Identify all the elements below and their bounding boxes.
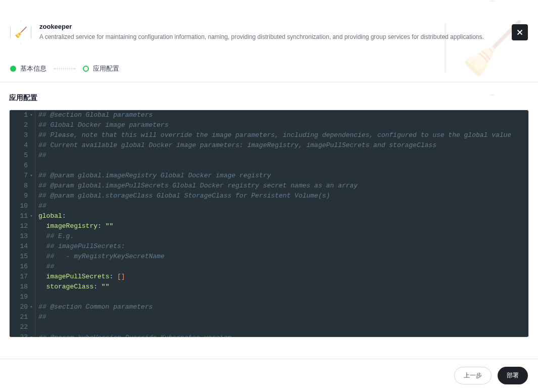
gutter-line: 17 <box>14 272 34 282</box>
code-line[interactable]: ## Please, note that this will override … <box>38 130 525 140</box>
code-line[interactable] <box>38 161 525 171</box>
close-icon <box>515 28 524 37</box>
step-dot-filled-icon <box>10 66 16 72</box>
code-line[interactable]: imageRegistry: "" <box>38 221 525 231</box>
gutter-line: 22 <box>14 322 34 332</box>
step-label: 基本信息 <box>20 64 46 73</box>
code-line[interactable]: ## <box>38 201 525 211</box>
editor-gutter: 1▾234567▾891011▾121314151617181920▾21222… <box>10 110 35 337</box>
code-line[interactable]: ## @param global.imagePullSecrets Global… <box>38 181 525 191</box>
editor-container: 1▾234567▾891011▾121314151617181920▾21222… <box>9 110 529 337</box>
gutter-line: 14 <box>14 241 34 252</box>
deploy-button[interactable]: 部署 <box>498 367 528 384</box>
code-line[interactable]: imagePullSecrets: [] <box>38 272 525 282</box>
code-line[interactable]: global: <box>38 211 525 221</box>
code-line[interactable] <box>38 322 525 332</box>
fold-marker-icon[interactable]: ▾ <box>29 211 34 221</box>
header: 🧹 zookeeper A centralized service for ma… <box>0 0 538 54</box>
code-line[interactable]: ## E.g. <box>38 231 525 241</box>
gutter-line: 7▾ <box>14 171 34 181</box>
gutter-line: 11▾ <box>14 211 34 221</box>
code-line[interactable]: ## <box>38 312 525 322</box>
code-line[interactable]: ## Global Docker image parameters <box>38 120 525 130</box>
gutter-line: 1▾ <box>14 110 34 120</box>
code-line[interactable] <box>38 292 525 302</box>
gutter-line: 18 <box>14 282 34 292</box>
gutter-line: 2 <box>14 120 34 130</box>
code-line[interactable]: storageClass: "" <box>38 282 525 292</box>
prev-button[interactable]: 上一步 <box>454 367 492 384</box>
code-line[interactable]: ## @param kubeVersion Override Kubernete… <box>38 333 525 337</box>
app-description: A centralized service for maintaining co… <box>39 32 528 41</box>
gutter-line: 12 <box>14 221 34 231</box>
gutter-line: 16 <box>14 262 34 272</box>
editor-code[interactable]: ## @section Global parameters## Global D… <box>35 110 528 337</box>
gutter-line: 10 <box>14 201 34 211</box>
gutter-line: 23▾ <box>14 332 34 337</box>
step-divider-icon <box>54 68 76 69</box>
code-line[interactable]: ## <box>38 151 525 161</box>
section-title: 应用配置 <box>0 82 538 110</box>
code-line[interactable]: ## @section Global parameters <box>38 110 525 120</box>
gutter-line: 5 <box>14 151 34 161</box>
step-app-config[interactable]: 应用配置 <box>83 64 119 73</box>
code-line[interactable]: ## Current available global Docker image… <box>38 140 525 151</box>
gutter-line: 13 <box>14 231 34 241</box>
fold-marker-icon[interactable]: ▾ <box>29 332 34 337</box>
fold-marker-icon[interactable]: ▾ <box>29 171 34 181</box>
gutter-line: 21 <box>14 312 34 322</box>
gutter-line: 19 <box>14 292 34 302</box>
app-title: zookeeper <box>39 23 528 30</box>
gutter-line: 15 <box>14 252 34 262</box>
step-label: 应用配置 <box>93 64 119 73</box>
gutter-line: 3 <box>14 130 34 140</box>
close-button[interactable] <box>512 24 528 40</box>
code-line[interactable]: ## <box>38 262 525 272</box>
app-icon: 🧹 <box>10 21 31 44</box>
steps-nav: 基本信息 应用配置 <box>0 54 538 82</box>
footer: 上一步 部署 <box>0 359 538 392</box>
fold-marker-icon[interactable]: ▾ <box>29 302 34 312</box>
fold-marker-icon[interactable]: ▾ <box>29 110 34 120</box>
code-line[interactable]: ## imagePullSecrets: <box>38 241 525 252</box>
code-line[interactable]: ## - myRegistryKeySecretName <box>38 252 525 262</box>
gutter-line: 6 <box>14 161 34 171</box>
code-line[interactable]: ## @param global.imageRegistry Global Do… <box>38 171 525 181</box>
step-basic-info[interactable]: 基本信息 <box>10 64 46 73</box>
gutter-line: 9 <box>14 191 34 201</box>
yaml-editor[interactable]: 1▾234567▾891011▾121314151617181920▾21222… <box>10 110 528 337</box>
code-line[interactable]: ## @param global.storageClass Global Sto… <box>38 191 525 201</box>
step-dot-outline-icon <box>83 66 89 72</box>
gutter-line: 4 <box>14 140 34 151</box>
gutter-line: 20▾ <box>14 302 34 312</box>
gutter-line: 8 <box>14 181 34 191</box>
code-line[interactable]: ## @section Common parameters <box>38 302 525 312</box>
